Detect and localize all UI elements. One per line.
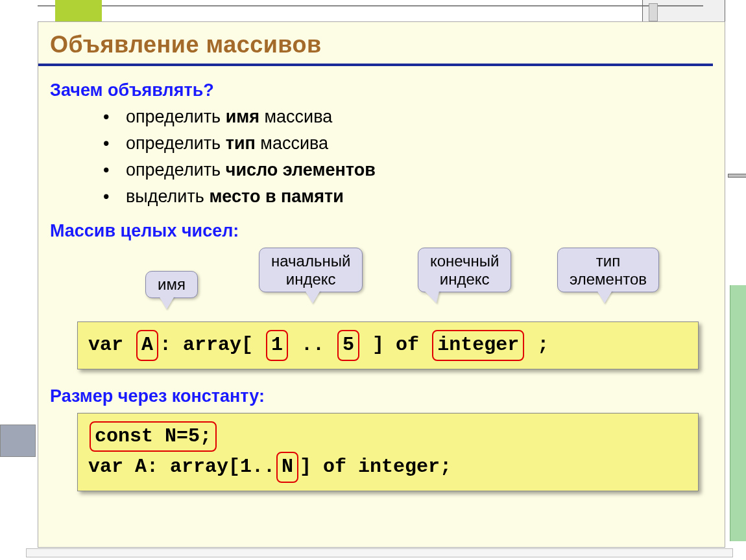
highlight-type: integer xyxy=(432,330,524,361)
decor-top-gray-inner xyxy=(649,3,658,21)
highlight-end: 5 xyxy=(337,330,359,361)
callout-name: имя xyxy=(145,271,198,298)
code-line: var A: array[1..N] of integer; xyxy=(88,452,688,483)
callout-elem-type: типэлементов xyxy=(557,248,659,292)
callout-start-index: начальныйиндекс xyxy=(259,248,363,292)
list-item: выделить место в памяти xyxy=(103,187,725,207)
decor-bottom-strip xyxy=(26,548,733,557)
code-line: var A: array[ 1 .. 5 ] of integer ; xyxy=(88,330,688,361)
callouts-row: имя начальныйиндекс конечныйиндекс типэл… xyxy=(58,248,705,312)
callout-tail xyxy=(159,296,174,309)
callout-tail xyxy=(424,290,444,303)
highlight-const: const N=5; xyxy=(90,421,217,452)
callout-tail xyxy=(597,290,612,303)
callout-end-index: конечныйиндекс xyxy=(418,248,511,292)
list-item: определить тип массива xyxy=(103,134,725,154)
list-item: определить имя массива xyxy=(103,107,725,127)
highlight-n: N xyxy=(276,452,298,483)
slide-title: Объявление массивов xyxy=(50,31,725,58)
code-line: const N=5; xyxy=(88,421,688,452)
list-item: определить число элементов xyxy=(103,160,725,180)
heading-int-array: Массив целых чисел: xyxy=(50,221,725,241)
callout-tail xyxy=(305,290,320,303)
slide-body: Объявление массивов Зачем объявлять? опр… xyxy=(38,21,725,548)
decor-left-gray xyxy=(0,425,36,457)
code-declare-array: var A: array[ 1 .. 5 ] of integer ; xyxy=(77,321,699,369)
highlight-start: 1 xyxy=(266,330,288,361)
decor-right-green xyxy=(730,285,746,541)
decor-right-strip xyxy=(728,174,746,178)
heading-size-const: Размер через константу: xyxy=(50,386,725,406)
code-const-size: const N=5; var A: array[1..N] of integer… xyxy=(77,413,699,491)
title-underline xyxy=(38,64,713,66)
heading-why-declare: Зачем объявлять? xyxy=(50,80,725,100)
why-list: определить имя массива определить тип ма… xyxy=(103,107,725,207)
highlight-name: A xyxy=(136,330,158,361)
top-border-line xyxy=(38,5,703,6)
